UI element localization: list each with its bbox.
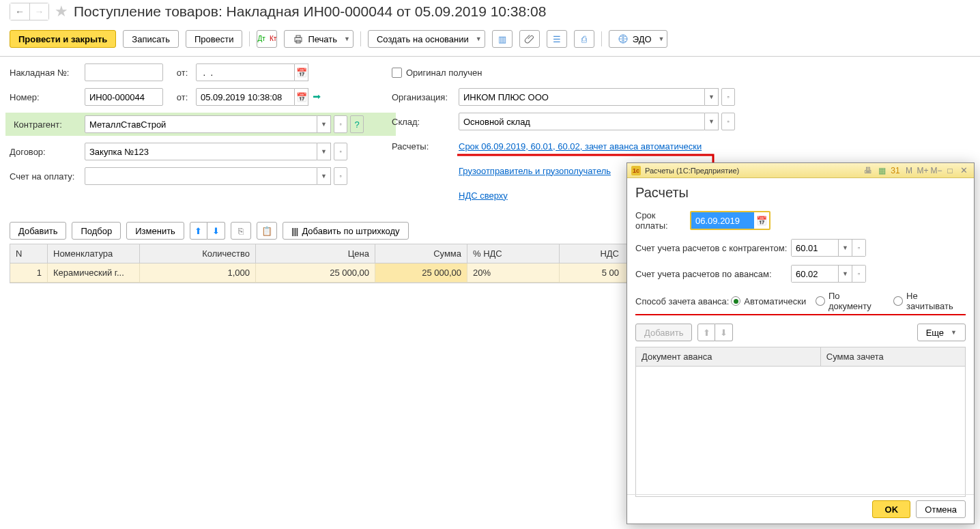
move-down-button[interactable]: ⬇ (207, 222, 225, 240)
dropdown-icon[interactable]: ▼ (838, 266, 852, 282)
debit-credit-button[interactable]: ДтКт (257, 30, 277, 48)
close-icon[interactable]: ✕ (957, 165, 970, 176)
number-label: Номер: (10, 92, 85, 102)
list-button[interactable]: ☰ (547, 30, 567, 48)
m-button[interactable]: M (903, 165, 915, 176)
forward-button[interactable]: → (29, 3, 48, 20)
calendar-icon[interactable]: 📅 (295, 88, 308, 106)
open-icon[interactable]: ▫ (721, 113, 735, 130)
dropdown-icon[interactable]: ▼ (317, 167, 331, 185)
save-button[interactable]: Записать (123, 30, 179, 48)
open-icon[interactable]: ▫ (334, 115, 347, 133)
dropdown-icon[interactable]: ▼ (317, 115, 331, 133)
radio-doc[interactable]: По документу (816, 291, 884, 311)
col-quantity[interactable]: Количество (140, 244, 256, 263)
col-doc[interactable]: Документ аванса (636, 347, 821, 366)
radio-none[interactable]: Не зачитывать (893, 291, 966, 311)
vat-link[interactable]: НДС сверху (459, 190, 508, 201)
acct2-input[interactable]: ▼ ▫ (791, 265, 866, 283)
col-vat[interactable]: % НДС (467, 244, 560, 263)
shipper-link[interactable]: Грузоотправитель и грузополучатель (459, 166, 611, 176)
print-icon[interactable]: 🖶 (862, 165, 874, 176)
edo-button[interactable]: ЭДО▼ (609, 30, 668, 48)
move-up-button[interactable]: ⬆ (697, 324, 715, 341)
number-input[interactable] (85, 88, 163, 106)
main-toolbar: Провести и закрыть Записать Провести ДтК… (0, 26, 980, 57)
date-field[interactable]: 📅 (196, 88, 308, 106)
open-icon[interactable]: ▫ (852, 266, 865, 282)
maximize-icon[interactable]: □ (944, 165, 956, 176)
open-icon[interactable]: ▫ (852, 240, 865, 256)
open-icon[interactable]: ▫ (721, 88, 735, 106)
warehouse-label: Склад: (392, 117, 459, 127)
bill-label: Счет на оплату: (10, 171, 85, 182)
separator (360, 31, 361, 46)
from-label-2: от: (169, 92, 196, 102)
calendar-icon[interactable]: 📅 (295, 63, 308, 81)
acct1-label: Счет учета расчетов с контрагентом: (635, 243, 791, 253)
post-close-button[interactable]: Провести и закрыть (10, 30, 116, 48)
status-icon: ⮕ (313, 92, 321, 102)
paperclip-icon (524, 33, 535, 44)
calendar-icon[interactable]: 31 (889, 165, 902, 176)
barcode-button[interactable]: |||| Добавить по штрихкоду (283, 222, 409, 240)
org-input[interactable]: ▼ ▫ (459, 88, 735, 106)
m-plus-button[interactable]: M+ (917, 165, 929, 176)
col-vatsum[interactable]: НДС (560, 244, 624, 263)
ok-button[interactable]: OK (872, 500, 910, 518)
create-based-button[interactable]: Создать на основании▼ (368, 30, 485, 48)
form-left: Накладная №: от: 📅 Номер: от: 📅 ⮕ Контра… (10, 63, 392, 211)
add-advance-button[interactable]: Добавить (635, 324, 692, 341)
add-row-button[interactable]: Добавить (10, 222, 66, 240)
help-icon[interactable]: ? (350, 115, 364, 133)
related-button[interactable]: ▥ (492, 30, 513, 48)
move-up-button[interactable]: ⬆ (190, 222, 207, 240)
from-label: от: (169, 68, 196, 78)
col-price[interactable]: Цена (256, 244, 375, 263)
separator (601, 31, 602, 46)
col-sum[interactable]: Сумма (375, 244, 467, 263)
copy-button[interactable]: ⎘ (231, 222, 251, 240)
post-button[interactable]: Провести (186, 30, 243, 48)
original-checkbox[interactable]: Оригинал получен (392, 68, 482, 78)
separator (249, 31, 250, 46)
dropdown-icon[interactable]: ▼ (317, 143, 331, 160)
calendar-icon[interactable]: 📅 (754, 212, 769, 229)
dropdown-icon[interactable]: ▼ (705, 113, 719, 130)
due-date-input[interactable]: 📅 (690, 211, 770, 230)
m-minus-button[interactable]: M− (930, 165, 942, 176)
dialog-titlebar[interactable]: 1c Расчеты (1С:Предприятие) 🖶 ▦ 31 M M+ … (627, 163, 974, 178)
contract-input[interactable]: ▼ ▫ (85, 143, 347, 160)
dropdown-icon[interactable]: ▼ (705, 88, 719, 106)
more-button[interactable]: Еще▼ (917, 324, 966, 341)
invoice-date-field[interactable]: 📅 (196, 63, 308, 81)
calc-link[interactable]: Срок 06.09.2019, 60.01, 60.02, зачет ава… (459, 141, 702, 152)
bill-input[interactable]: ▼ ▫ (85, 167, 347, 185)
edit-row-button[interactable]: Изменить (126, 222, 184, 240)
move-down-button[interactable]: ⬇ (715, 324, 733, 341)
radio-icon (731, 296, 740, 306)
print-button[interactable]: Печать▼ (284, 30, 354, 48)
back-button[interactable]: ← (10, 3, 29, 20)
warehouse-input[interactable]: ▼ ▫ (459, 113, 735, 130)
paste-button[interactable]: 📋 (257, 222, 277, 240)
col-amount[interactable]: Сумма зачета (821, 347, 965, 366)
favorite-icon[interactable]: ★ (55, 3, 68, 20)
col-nomenclature[interactable]: Номенклатура (48, 244, 140, 263)
calculations-dialog: 1c Расчеты (1С:Предприятие) 🖶 ▦ 31 M M+ … (626, 162, 975, 524)
dropdown-icon[interactable]: ▼ (838, 240, 852, 256)
cancel-button[interactable]: Отмена (916, 500, 966, 518)
counterparty-label: Контрагент: (10, 119, 85, 130)
invoice-no-input[interactable] (85, 63, 163, 81)
open-icon[interactable]: ▫ (334, 143, 347, 160)
acct1-input[interactable]: ▼ ▫ (791, 239, 866, 257)
pick-button[interactable]: Подбор (72, 222, 121, 240)
col-n[interactable]: N (10, 244, 48, 263)
attach-button[interactable] (519, 30, 540, 48)
radio-auto[interactable]: Автоматически (731, 296, 806, 306)
doc-button[interactable]: ⎙ (574, 30, 594, 48)
open-icon[interactable]: ▫ (334, 167, 347, 185)
counterparty-input[interactable]: ▼ ▫ (85, 115, 347, 133)
dialog-body: Расчеты Срок оплаты: 📅 Счет учета расчет… (627, 178, 974, 504)
calc-icon[interactable]: ▦ (876, 165, 888, 176)
